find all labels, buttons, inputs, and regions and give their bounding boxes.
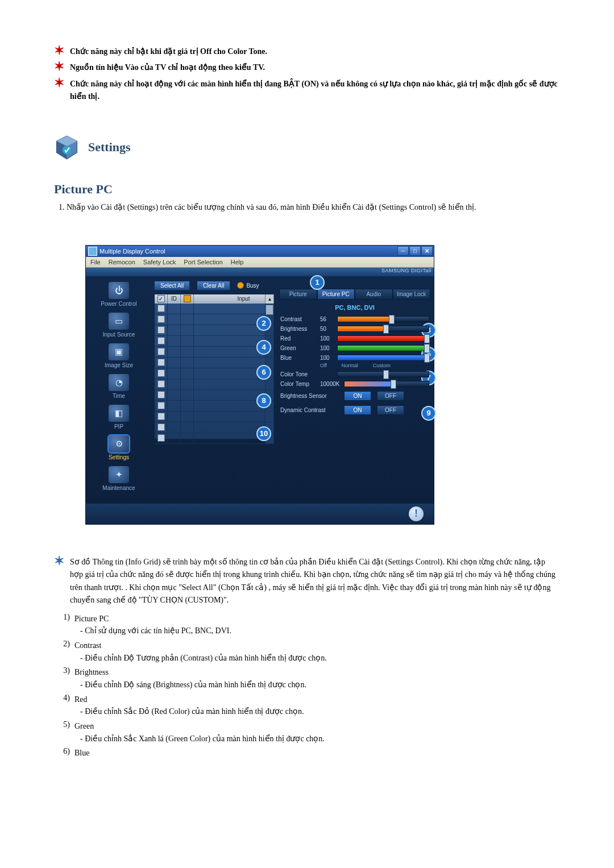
row-checkbox[interactable] (157, 337, 165, 344)
row-checkbox[interactable] (157, 413, 165, 420)
explain-item: 4)Red- Điều chỉnh Sắc Đỏ (Red Color) của… (54, 693, 560, 718)
red-slider[interactable] (337, 335, 429, 342)
dynamic-contrast-off[interactable]: OFF (377, 405, 404, 415)
sidebar-icon: ▭ (109, 313, 129, 330)
sidebar-item-image-size[interactable]: ▣Image Size (89, 342, 148, 373)
row-checkbox[interactable] (157, 305, 165, 312)
color-temp-label: Color Temp (280, 381, 320, 387)
table-row[interactable] (155, 379, 274, 390)
row-checkbox[interactable] (157, 402, 165, 409)
row-checkbox[interactable] (157, 359, 165, 366)
clear-all-button[interactable]: Clear All (197, 281, 230, 290)
tab-picture[interactable]: Picture (279, 289, 317, 300)
app-icon (88, 247, 97, 256)
explain-number: 1) (54, 613, 74, 637)
source-sublabel: PC, BNC, DVI (279, 304, 430, 311)
green-value: 100 (320, 345, 337, 351)
dynamic-contrast-on[interactable]: ON (344, 405, 371, 415)
contrast-value: 56 (320, 316, 337, 322)
contrast-slider[interactable] (337, 316, 429, 322)
table-row[interactable] (155, 412, 274, 422)
green-slider[interactable] (337, 345, 429, 351)
explain-item: 3)Brightness- Điều chỉnh Độ sáng (Bright… (54, 666, 560, 691)
table-row[interactable] (155, 304, 274, 314)
sidebar-icon: ✦ (109, 466, 129, 483)
intro-list: Nhấp vào Cài đặt (Settings) trên các biể… (54, 201, 560, 214)
callout-9: 9 (421, 406, 436, 421)
explain-title: Picture PC (74, 613, 560, 625)
sidebar-item-label: Image Size (89, 362, 148, 368)
settings-heading-row: Settings (54, 135, 560, 160)
brightness-slider[interactable] (337, 326, 429, 332)
grid-header-check[interactable]: ✓ (155, 294, 168, 304)
sidebar-item-power-control[interactable]: ⏻Power Control (89, 281, 148, 312)
select-all-button[interactable]: Select All (154, 281, 190, 290)
grid-header-id[interactable]: ID (168, 294, 181, 304)
color-temp-row: Color Temp 10000K (279, 379, 430, 389)
callout-6: 6 (256, 365, 271, 380)
explain-body: Red- Điều chỉnh Sắc Đỏ (Red Color) của m… (74, 693, 560, 718)
contrast-row: Contrast 56 (279, 314, 430, 324)
brightness-sensor-on[interactable]: ON (344, 391, 371, 401)
star-icon: ✶ (54, 45, 64, 56)
busy-indicator: Busy (237, 282, 259, 289)
sidebar-item-settings[interactable]: ⚙Settings (89, 434, 148, 465)
busy-dot-icon (237, 282, 244, 289)
explain-body: Green- Điều chỉnh Sắc Xanh lá (Green Col… (74, 720, 560, 745)
tab-audio[interactable]: Audio (355, 289, 393, 300)
table-row[interactable] (155, 358, 274, 368)
note-text: Chức năng này chỉ hoạt động với các màn … (70, 78, 560, 103)
maximize-button[interactable]: □ (409, 246, 421, 256)
row-checkbox[interactable] (157, 369, 165, 377)
blue-value: 100 (320, 355, 337, 361)
explain-title: Contrast (74, 639, 560, 652)
row-checkbox[interactable] (157, 326, 165, 334)
explain-item: 1)Picture PC- Chỉ sử dụng với các tín hi… (54, 613, 560, 637)
row-checkbox[interactable] (157, 348, 165, 355)
row-checkbox[interactable] (157, 315, 165, 323)
blue-slider[interactable] (337, 355, 429, 361)
menu-safetylock[interactable]: Safety Lock (143, 259, 176, 265)
brightness-value: 50 (320, 326, 337, 332)
sidebar-item-input-source[interactable]: ▭Input Source (89, 312, 148, 342)
color-tone-slider[interactable] (337, 371, 429, 377)
sidebar-item-maintenance[interactable]: ✦Maintenance (89, 465, 148, 496)
explain-sub: - Điều chỉnh Độ Tương phản (Contrast) củ… (80, 652, 560, 665)
explain-sub: - Điều chỉnh Sắc Đỏ (Red Color) của màn … (80, 705, 560, 718)
color-temp-slider[interactable] (344, 381, 429, 387)
minimize-button[interactable]: ─ (397, 246, 409, 256)
scroll-thumb[interactable] (265, 305, 273, 315)
sidebar-item-pip[interactable]: ◧PIP (89, 404, 148, 434)
sidebar-item-label: Power Control (89, 301, 148, 307)
color-tone-row: Color Tone (279, 369, 430, 379)
star-icon: ✶ (54, 556, 64, 566)
explain-number: 6) (54, 747, 74, 759)
menu-file[interactable]: File (90, 259, 101, 265)
grid-header-status[interactable] (181, 294, 194, 304)
close-button[interactable]: ✕ (421, 246, 433, 256)
row-checkbox[interactable] (157, 380, 165, 388)
menu-remocon[interactable]: Remocon (109, 259, 135, 265)
tab-picture-pc[interactable]: Picture PC (317, 289, 355, 300)
settings-title: Settings (88, 140, 131, 155)
grid-scroll-up[interactable]: ▴ (265, 294, 274, 304)
contrast-label: Contrast (280, 316, 320, 322)
tone-off: Off (320, 363, 327, 368)
menu-help[interactable]: Help (231, 259, 244, 265)
row-checkbox[interactable] (157, 434, 165, 442)
note-text: Chức năng này chỉ bật khi đặt giá trị Of… (70, 45, 267, 58)
row-checkbox[interactable] (157, 423, 165, 431)
table-row[interactable] (155, 325, 274, 336)
red-label: Red (280, 335, 320, 342)
menu-portselection[interactable]: Port Selection (184, 259, 222, 265)
tab-image-lock[interactable]: Image Lock (393, 289, 431, 300)
sidebar-item-time[interactable]: ◔Time (89, 373, 148, 404)
sidebar: ⏻Power Control▭Input Source▣Image Size◔T… (86, 276, 151, 500)
sidebar-icon: ◧ (109, 405, 129, 422)
sidebar-item-label: Input Source (89, 331, 148, 338)
row-checkbox[interactable] (157, 391, 165, 398)
brightness-sensor-off[interactable]: OFF (377, 391, 404, 401)
blue-label: Blue (280, 355, 320, 361)
brightness-sensor-row: Brightness Sensor ON OFF (279, 389, 430, 403)
grid-header-input[interactable]: Input (194, 294, 265, 304)
